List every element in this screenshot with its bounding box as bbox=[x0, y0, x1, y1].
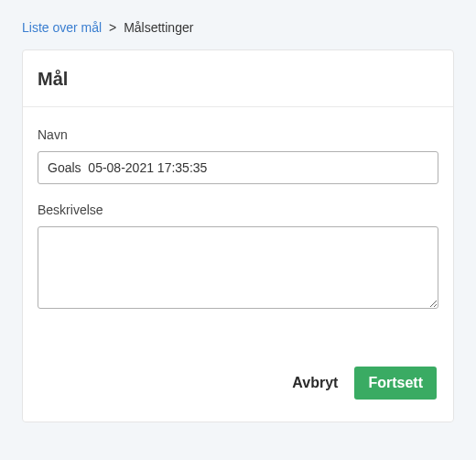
description-label: Beskrivelse bbox=[38, 203, 438, 217]
breadcrumb-link-goals-list[interactable]: Liste over mål bbox=[22, 20, 102, 35]
card-header: Mål bbox=[23, 50, 453, 107]
breadcrumb: Liste over mål > Målsettinger bbox=[0, 0, 476, 49]
description-textarea[interactable] bbox=[38, 226, 438, 309]
page-title: Mål bbox=[38, 69, 438, 90]
continue-button[interactable]: Fortsett bbox=[354, 367, 437, 400]
breadcrumb-current: Målsettinger bbox=[124, 20, 193, 35]
card-body: Navn Beskrivelse bbox=[23, 107, 453, 348]
cancel-button[interactable]: Avbryt bbox=[288, 367, 341, 399]
name-label: Navn bbox=[38, 127, 438, 142]
name-field-group: Navn bbox=[38, 127, 438, 184]
breadcrumb-separator: > bbox=[109, 20, 116, 35]
description-field-group: Beskrivelse bbox=[38, 203, 438, 312]
name-input[interactable] bbox=[38, 151, 438, 184]
card-footer: Avbryt Fortsett bbox=[23, 348, 453, 422]
goal-card: Mål Navn Beskrivelse Avbryt Fortsett bbox=[22, 49, 454, 422]
